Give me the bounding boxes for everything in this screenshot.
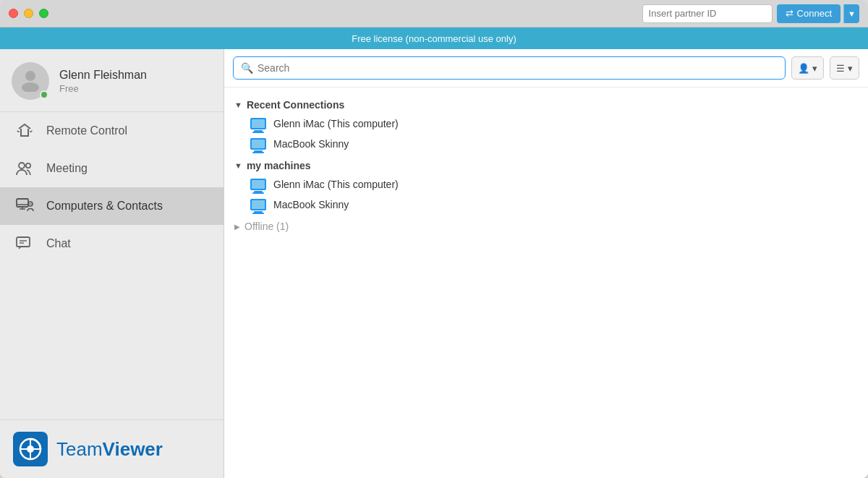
connect-arrow-icon: ⇄ — [786, 8, 793, 19]
add-contact-dropdown-arrow: ▾ — [812, 63, 817, 74]
nav-items: Remote Control Meeting — [0, 112, 224, 419]
computer-name: Glenn iMac (This computer) — [273, 118, 399, 129]
recent-connections-arrow: ▼ — [234, 101, 242, 109]
computer-icon — [250, 179, 266, 190]
computer-name: MacBook Skinny — [273, 199, 349, 210]
my-machines-header[interactable]: ▼ my machines — [224, 154, 868, 174]
sidebar: Glenn Fleishman Free — [0, 49, 224, 478]
top-right-controls: ⇄ Connect ▼ — [642, 4, 859, 23]
my-machines-title: my machines — [247, 160, 311, 171]
main-content: Glenn Fleishman Free — [0, 49, 868, 478]
list-dropdown-arrow: ▾ — [848, 63, 853, 74]
chat-icon — [14, 234, 35, 254]
my-machines-arrow: ▼ — [234, 161, 242, 170]
maximize-button[interactable] — [39, 9, 48, 18]
svg-rect-6 — [17, 199, 28, 207]
right-panel: 🔍 👤 ▾ ☰ ▾ ▼ Recent Connections — [224, 49, 868, 478]
list-item[interactable]: MacBook Skinny — [224, 195, 868, 215]
app-window: ⇄ Connect ▼ Free license (non-commercial… — [0, 0, 868, 478]
svg-point-4 — [19, 163, 25, 168]
computer-screen — [252, 200, 265, 209]
computer-screen — [252, 119, 265, 128]
computer-name: Glenn iMac (This computer) — [273, 179, 399, 190]
search-input-wrapper: 🔍 — [233, 56, 786, 80]
info-bar-text: Free license (non-commercial use only) — [352, 33, 516, 44]
recent-connections-title: Recent Connections — [247, 99, 344, 111]
tv-logo-viewer: Viewer — [103, 438, 163, 460]
list-item[interactable]: Glenn iMac (This computer) — [224, 174, 868, 195]
sidebar-item-chat[interactable]: Chat — [0, 225, 224, 263]
computer-name: MacBook Skinny — [273, 138, 349, 150]
offline-section-header[interactable]: ▶ Offline (1) — [224, 215, 868, 235]
user-plan: Free — [59, 83, 147, 94]
avatar-icon — [18, 67, 43, 95]
info-bar: Free license (non-commercial use only) — [0, 27, 868, 49]
sidebar-item-remote-control[interactable]: Remote Control — [0, 112, 224, 150]
sidebar-item-computers-contacts[interactable]: Computers & Contacts — [0, 187, 224, 225]
computers-contacts-label: Computers & Contacts — [46, 200, 163, 213]
connect-label: Connect — [797, 8, 832, 19]
connect-dropdown-button[interactable]: ▼ — [843, 4, 859, 23]
tv-logo: TeamViewer — [0, 419, 224, 478]
meeting-icon — [14, 158, 35, 179]
remote-control-icon — [14, 121, 35, 141]
svg-point-1 — [22, 82, 39, 92]
traffic-lights — [9, 9, 48, 18]
avatar — [12, 62, 49, 100]
offline-title: Offline (1) — [244, 221, 289, 232]
svg-point-5 — [26, 163, 30, 168]
meeting-label: Meeting — [46, 162, 88, 175]
user-profile: Glenn Fleishman Free — [0, 49, 224, 112]
computer-icon — [250, 199, 266, 210]
recent-connections-header[interactable]: ▼ Recent Connections — [224, 93, 868, 114]
computer-screen — [252, 180, 265, 189]
offline-arrow: ▶ — [234, 223, 240, 231]
remote-control-label: Remote Control — [46, 124, 127, 137]
close-button[interactable] — [9, 9, 18, 18]
list-item[interactable]: Glenn iMac (This computer) — [224, 114, 868, 134]
add-contact-icon: 👤 — [798, 63, 809, 74]
connect-button[interactable]: ⇄ Connect — [777, 4, 841, 23]
computer-icon — [250, 138, 266, 150]
connect-dropdown-arrow: ▼ — [848, 9, 856, 18]
chat-label: Chat — [46, 237, 71, 250]
computer-icon — [250, 118, 266, 129]
list-icon: ☰ — [836, 63, 845, 74]
user-name: Glenn Fleishman — [59, 69, 147, 82]
computer-list: ▼ Recent Connections Glenn iMac (This co… — [224, 88, 868, 478]
tv-logo-team: Team — [56, 438, 103, 460]
minimize-button[interactable] — [24, 9, 33, 18]
add-contact-button[interactable]: 👤 ▾ — [791, 56, 824, 80]
title-bar: ⇄ Connect ▼ — [0, 0, 868, 27]
partner-id-input[interactable] — [642, 4, 773, 23]
user-info: Glenn Fleishman Free — [59, 69, 147, 94]
avatar-status-indicator — [40, 90, 48, 99]
computer-screen — [252, 140, 265, 148]
tv-logo-icon — [13, 432, 48, 466]
tv-logo-text: TeamViewer — [56, 438, 163, 461]
search-input[interactable] — [258, 62, 778, 74]
computers-contacts-icon — [14, 196, 35, 216]
list-options-button[interactable]: ☰ ▾ — [830, 56, 859, 80]
svg-rect-12 — [17, 237, 30, 247]
search-icon: 🔍 — [241, 62, 253, 74]
list-item[interactable]: MacBook Skinny — [224, 134, 868, 154]
search-bar: 🔍 👤 ▾ ☰ ▾ — [224, 49, 868, 88]
svg-point-0 — [25, 71, 35, 81]
sidebar-item-meeting[interactable]: Meeting — [0, 150, 224, 187]
